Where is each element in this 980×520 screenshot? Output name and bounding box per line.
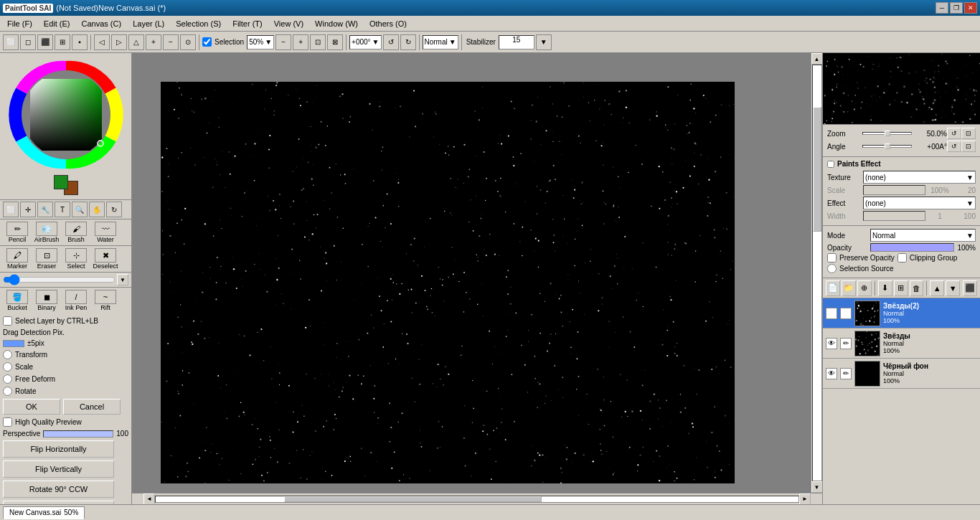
zoom-reset-btn[interactable]: ↺ bbox=[947, 128, 961, 139]
tool-transform[interactable]: ✛ bbox=[20, 202, 36, 217]
rotate-cw-button[interactable]: Rotate 90° CW bbox=[3, 501, 114, 504]
zoom-fit[interactable]: ⊠ bbox=[327, 34, 343, 50]
menu-file[interactable]: File (F) bbox=[1, 18, 38, 29]
transform-radio[interactable] bbox=[3, 350, 12, 359]
move-down-btn[interactable]: ▼ bbox=[946, 280, 960, 296]
menu-window[interactable]: Window (W) bbox=[309, 18, 364, 29]
menu-layer[interactable]: Layer (L) bbox=[127, 18, 170, 29]
layer-item[interactable]: 👁 ✏ Звёзды(2) Normal 100% bbox=[823, 298, 980, 328]
opacity-bar[interactable] bbox=[870, 243, 954, 252]
titlebar-controls[interactable]: ─ ❐ ✕ bbox=[936, 2, 977, 14]
angle-flip-btn[interactable]: ⊡ bbox=[961, 141, 976, 152]
tool-binary[interactable]: ◼ Binary bbox=[32, 289, 61, 312]
preserve-opacity-checkbox[interactable] bbox=[827, 253, 837, 263]
nav-zoom-out[interactable]: − bbox=[163, 34, 179, 50]
nav-zoom-in[interactable]: + bbox=[146, 34, 161, 50]
canvas-tab[interactable]: New Canvas.sai 50% bbox=[3, 506, 85, 519]
mode-dropdown[interactable]: Normal ▼ bbox=[423, 35, 458, 49]
zoom-dropdown[interactable]: 50% ▼ bbox=[247, 35, 274, 49]
tool-text[interactable]: T bbox=[55, 202, 70, 217]
rot-ccw[interactable]: ↺ bbox=[383, 34, 399, 50]
move-up-btn[interactable]: ▲ bbox=[930, 280, 944, 296]
layer-lock-icon[interactable]: ✏ bbox=[840, 308, 852, 319]
tool-select-rect[interactable]: ⬜ bbox=[3, 34, 19, 50]
tool-inkpen[interactable]: / Ink Pen bbox=[62, 289, 90, 312]
flip-v-button[interactable]: Flip Vertically bbox=[3, 460, 114, 478]
tool-rotate-tool[interactable]: ↻ bbox=[106, 202, 122, 217]
minimize-button[interactable]: ─ bbox=[936, 2, 948, 14]
tool-marquee[interactable]: ⬜ bbox=[3, 202, 19, 217]
tool-eyedrop[interactable]: 🔧 bbox=[37, 202, 53, 217]
new-folder-btn[interactable]: 📁 bbox=[842, 280, 856, 296]
layer-item[interactable]: 👁 ✏ Звёзды Normal 100% bbox=[823, 328, 980, 359]
tool-select-tool[interactable]: ⊹ Select bbox=[62, 247, 90, 270]
scroll-right-btn[interactable]: ► bbox=[799, 493, 811, 505]
tool-water[interactable]: 〰 Water bbox=[91, 221, 120, 244]
menu-filter[interactable]: Filter (T) bbox=[227, 18, 268, 29]
restore-button[interactable]: ❐ bbox=[950, 2, 963, 14]
hscroll-track[interactable] bbox=[155, 496, 799, 503]
nav-forward[interactable]: ▷ bbox=[111, 34, 127, 50]
zoom-minus[interactable]: − bbox=[275, 34, 291, 50]
selection-checkbox[interactable] bbox=[202, 37, 212, 47]
angle-reset-btn[interactable]: ↺ bbox=[947, 141, 961, 152]
tool-select-line[interactable]: ⬛ bbox=[37, 34, 53, 50]
layer-eye-icon[interactable]: 👁 bbox=[826, 368, 837, 379]
zoom-thumb[interactable] bbox=[885, 131, 890, 136]
layer-item[interactable]: 👁 ✏ Чёрный фон Normal 100% bbox=[823, 359, 980, 389]
tool-eraser[interactable]: ⊡ Eraser bbox=[32, 247, 61, 270]
zoom-slider[interactable] bbox=[862, 132, 912, 135]
foreground-color[interactable] bbox=[54, 175, 68, 189]
nav-fit[interactable]: ⊙ bbox=[180, 34, 196, 50]
color-wheel[interactable] bbox=[9, 57, 123, 172]
layer-eye-icon[interactable]: 👁 bbox=[826, 308, 837, 319]
zoom-fit-btn[interactable]: ⊡ bbox=[961, 128, 976, 139]
menu-selection[interactable]: Selection (S) bbox=[170, 18, 227, 29]
texture-dropdown[interactable]: (none) ▼ bbox=[863, 171, 976, 184]
selection-source-radio[interactable] bbox=[827, 264, 837, 273]
close-button[interactable]: ✕ bbox=[964, 2, 977, 14]
tool-deselect[interactable]: ✖ Deselect bbox=[91, 247, 120, 270]
layer-eye-icon[interactable]: 👁 bbox=[826, 338, 837, 349]
layer-options-btn[interactable]: ⬛ bbox=[963, 280, 977, 296]
mode-dropdown[interactable]: Normal ▼ bbox=[870, 229, 976, 242]
zoom-plus[interactable]: + bbox=[293, 34, 308, 50]
scroll-down-btn[interactable]: ▼ bbox=[811, 481, 823, 493]
menu-canvas[interactable]: Canvas (C) bbox=[76, 18, 128, 29]
merge-down-btn[interactable]: ⬇ bbox=[878, 280, 892, 296]
hscroll-thumb[interactable] bbox=[284, 496, 541, 502]
paints-effect-checkbox[interactable] bbox=[827, 161, 834, 168]
canvas-viewport[interactable] bbox=[132, 53, 811, 493]
cancel-button[interactable]: Cancel bbox=[63, 399, 121, 415]
tool-marker[interactable]: 🖍 Marker bbox=[3, 247, 32, 270]
tool-zoom-tool[interactable]: 🔍 bbox=[72, 202, 88, 217]
stabilizer-input[interactable]: 15 bbox=[499, 35, 534, 49]
delete-layer-btn[interactable]: 🗑 bbox=[910, 280, 924, 296]
menu-edit[interactable]: Edit (E) bbox=[38, 18, 76, 29]
rot-cw[interactable]: ↻ bbox=[400, 34, 416, 50]
angle-thumb[interactable] bbox=[885, 143, 890, 149]
flip-h-button[interactable]: Flip Horizontally bbox=[3, 440, 114, 458]
tool-rift[interactable]: ~ Rift bbox=[91, 289, 120, 312]
scroll-track-v[interactable] bbox=[812, 65, 822, 481]
layer-lock-icon[interactable]: ✏ bbox=[840, 368, 852, 379]
free-deform-radio[interactable] bbox=[3, 374, 12, 384]
rotation-dropdown[interactable]: +000° ▼ bbox=[349, 35, 381, 49]
zoom-reset[interactable]: ⊡ bbox=[310, 34, 326, 50]
tool-airbrush[interactable]: 💨 AirBrush bbox=[32, 221, 61, 244]
tool-camera[interactable]: ▪ bbox=[72, 34, 88, 50]
canvas-content[interactable] bbox=[161, 82, 735, 483]
scale-radio[interactable] bbox=[3, 362, 12, 372]
tool-grid[interactable]: ⊞ bbox=[55, 34, 70, 50]
scroll-left-btn[interactable]: ◄ bbox=[143, 493, 155, 505]
scroll-thumb-v[interactable] bbox=[813, 107, 821, 232]
effect-dropdown[interactable]: (none) ▼ bbox=[863, 197, 976, 209]
stabilizer-dropdown[interactable]: ▼ bbox=[536, 34, 552, 50]
angle-slider[interactable] bbox=[862, 145, 912, 148]
nav-back[interactable]: ◁ bbox=[94, 34, 110, 50]
tool-select-lasso[interactable]: ◻ bbox=[20, 34, 36, 50]
layer-lock-icon[interactable]: ✏ bbox=[840, 338, 852, 349]
rotate-ccw-button[interactable]: Rotate 90° CCW bbox=[3, 481, 114, 498]
select-layer-checkbox[interactable] bbox=[3, 316, 12, 326]
new-layer-btn[interactable]: 📄 bbox=[826, 280, 840, 296]
